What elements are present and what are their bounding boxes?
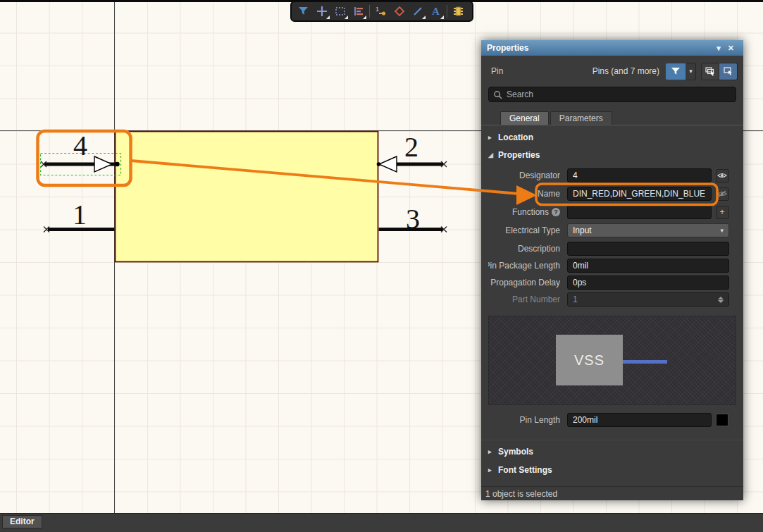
name-input[interactable]: [567, 187, 712, 201]
collapsed-arrow-icon: ▸: [488, 466, 493, 474]
description-input[interactable]: [567, 242, 729, 256]
pin-package-length-label: Pin Package Length: [488, 261, 560, 271]
pin-package-length-row: Pin Package Length: [488, 259, 736, 273]
propagation-delay-input[interactable]: [567, 276, 729, 290]
pin-1[interactable]: 1: [44, 199, 115, 233]
tab-parameters[interactable]: Parameters: [550, 111, 612, 125]
selection-rect-tool-button[interactable]: [331, 3, 349, 20]
panel-close-icon[interactable]: ✕: [724, 44, 738, 53]
name-hidden-button[interactable]: [716, 187, 729, 201]
filter-icon: [671, 67, 681, 76]
propagation-delay-label: Propagation Delay: [488, 278, 560, 287]
expanded-arrow-icon: ◢: [488, 151, 493, 159]
section-properties[interactable]: ◢ Properties: [481, 148, 743, 162]
section-location[interactable]: ▸ Location: [481, 130, 743, 144]
diamond-icon: [394, 6, 405, 17]
section-font-settings[interactable]: ▸ Font Settings: [481, 463, 743, 477]
name-row: Name: [488, 187, 736, 201]
panel-tabs: General Parameters: [481, 111, 743, 125]
dropdown-corner-icon: [345, 16, 348, 19]
electrical-type-row: Electrical Type Input ▾: [488, 223, 736, 237]
part-number-label: Part Number: [488, 295, 560, 304]
place-pin-tool-button[interactable]: 1: [372, 3, 390, 20]
section-location-label: Location: [498, 132, 533, 142]
part-number-row: Part Number 1: [488, 292, 736, 307]
help-question-icon[interactable]: ?: [552, 208, 560, 216]
pin-input-arrow-icon: [94, 156, 112, 172]
panel-header-row: Pin Pins (and 7 more) ▾: [481, 56, 743, 87]
panel-title-bar: Properties ▾ ✕: [481, 40, 743, 56]
pin-preview-area: VSS: [488, 316, 736, 405]
pin-2[interactable]: 2: [377, 131, 447, 172]
functions-label: Functions ?: [488, 207, 560, 217]
pin-4-designator: 4: [73, 130, 87, 161]
place-pin-icon: 1: [375, 6, 387, 17]
electrical-type-select[interactable]: Input ▾: [567, 223, 729, 237]
dropdown-corner-icon: [422, 16, 426, 19]
section-symbols-label: Symbols: [498, 447, 533, 457]
name-label: Name: [488, 189, 560, 199]
pin-input-arrow-icon: [379, 156, 397, 172]
pin-color-swatch[interactable]: [716, 414, 728, 426]
selection-scope-label: Pins (and 7 more): [593, 66, 659, 76]
object-kind-label: Pin: [491, 66, 503, 76]
filter-tool-button[interactable]: [294, 3, 312, 20]
bottom-bar: Editor: [0, 513, 763, 532]
dropdown-corner-icon: [363, 16, 366, 19]
search-input[interactable]: [507, 89, 731, 99]
component-body[interactable]: [116, 132, 378, 262]
chevron-down-icon: ▾: [720, 227, 724, 234]
part-number-value: 1: [573, 295, 578, 304]
align-tool-button[interactable]: [349, 3, 367, 20]
pin-length-label: Pin Length: [488, 415, 560, 425]
pin-package-length-input[interactable]: [567, 259, 729, 273]
select-overlapping-button[interactable]: [701, 63, 719, 80]
panel-menu-caret-icon[interactable]: ▾: [713, 44, 724, 53]
place-part-tool-button[interactable]: [449, 3, 467, 20]
place-polygon-tool-button[interactable]: [390, 3, 408, 20]
pin-preview-wire: [623, 360, 667, 364]
toolbar-separator: [447, 5, 447, 18]
dropdown-corner-icon: [440, 16, 444, 19]
eye-icon: [717, 172, 727, 179]
eye-slash-icon: [717, 190, 727, 197]
collapsed-arrow-icon: ▸: [488, 134, 493, 141]
editor-tab[interactable]: Editor: [2, 515, 42, 528]
text-icon: A: [432, 6, 440, 18]
part-number-stepper[interactable]: 1: [567, 292, 729, 307]
pin-length-input[interactable]: [567, 413, 712, 427]
drawing-toolbar: 1 A: [290, 1, 473, 22]
scope-filter-button[interactable]: [665, 63, 686, 80]
stepper-arrows-icon[interactable]: [718, 297, 724, 303]
dropdown-corner-icon: [326, 16, 330, 19]
pin-preview-symbol-text: VSS: [574, 352, 604, 369]
place-line-tool-button[interactable]: [409, 3, 426, 20]
pin-length-row: Pin Length: [488, 413, 736, 427]
section-symbols[interactable]: ▸ Symbols: [481, 440, 743, 458]
select-stack-cursor-icon: [705, 66, 716, 77]
selection-status: 1 object is selected: [481, 486, 743, 500]
pin-3[interactable]: 3: [379, 203, 447, 235]
designator-input[interactable]: [567, 168, 712, 183]
description-label: Description: [488, 244, 560, 254]
designator-visible-button[interactable]: [716, 169, 729, 183]
designator-label: Designator: [488, 171, 560, 180]
electrical-type-label: Electrical Type: [488, 225, 560, 235]
place-text-tool-button[interactable]: A: [427, 3, 445, 20]
search-icon: [493, 90, 502, 99]
propagation-delay-row: Propagation Delay: [488, 276, 736, 290]
properties-panel: Properties ▾ ✕ Pin Pins (and 7 more) ▾: [481, 40, 743, 500]
search-box: [488, 87, 736, 102]
crosshair-tool-button[interactable]: [313, 3, 330, 20]
pin-3-designator: 3: [406, 203, 420, 235]
select-single-button[interactable]: [719, 63, 738, 80]
filter-icon: [297, 6, 309, 17]
section-properties-label: Properties: [498, 150, 540, 160]
collapsed-arrow-icon: ▸: [488, 448, 493, 455]
functions-input[interactable]: [567, 205, 712, 219]
tab-general[interactable]: General: [500, 111, 549, 125]
scope-filter-dropdown-button[interactable]: ▾: [686, 63, 696, 80]
add-function-button[interactable]: +: [716, 206, 729, 219]
pin-4[interactable]: 4: [41, 130, 121, 175]
toolbar-separator: [369, 5, 370, 18]
